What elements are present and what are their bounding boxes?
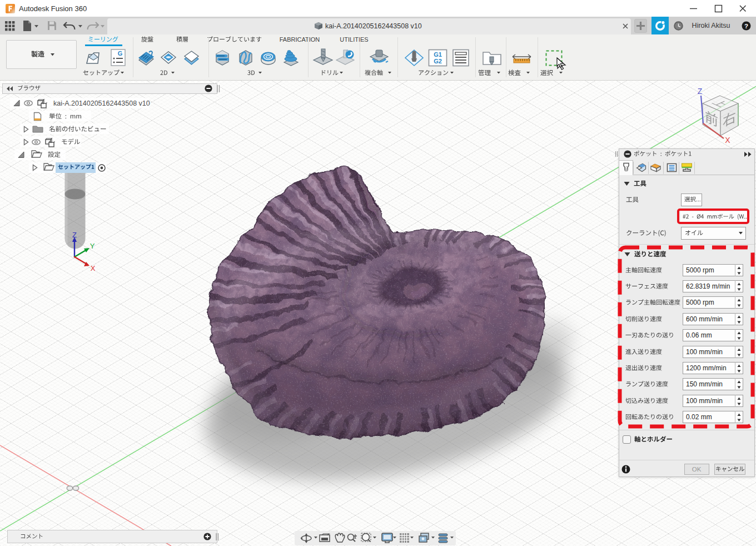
- svg-text:X: X: [725, 136, 730, 145]
- svg-text:X: X: [91, 264, 96, 272]
- svg-text:G: G: [118, 50, 123, 57]
- svg-text:G1: G1: [434, 51, 442, 58]
- svg-text:Y: Y: [90, 242, 95, 250]
- svg-text:Z: Z: [698, 87, 703, 96]
- svg-text:?: ?: [744, 23, 748, 29]
- svg-text:G2: G2: [434, 58, 442, 64]
- svg-text:Z: Z: [72, 231, 77, 239]
